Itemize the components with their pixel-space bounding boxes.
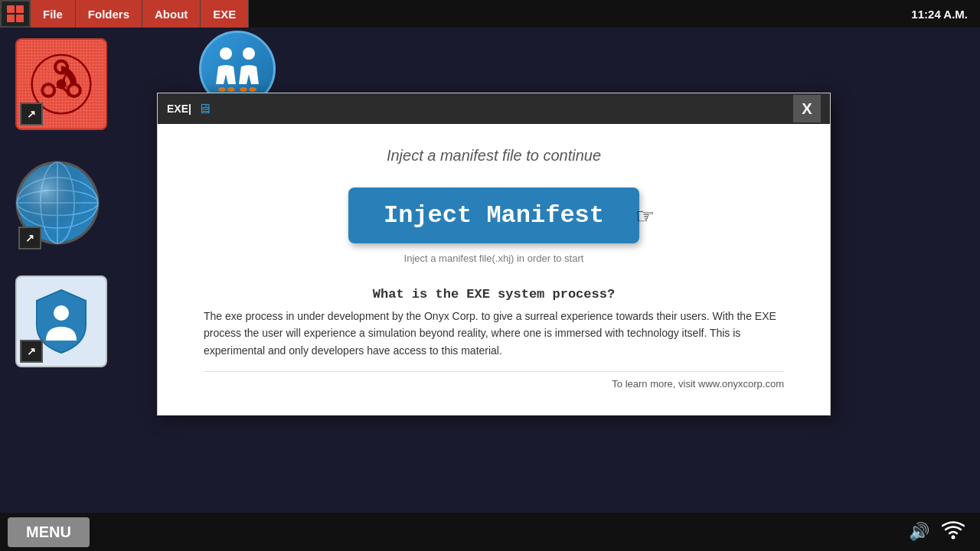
menu-button[interactable]: MENU: [8, 517, 90, 547]
biohazard-app-icon[interactable]: ↗: [15, 38, 138, 130]
learn-more-text: To learn more, visit www.onyxcorp.com: [204, 371, 784, 390]
desktop-icon-area: ↗ ↗: [15, 38, 138, 367]
inject-manifest-modal: EXE| 🖥 X Inject a manifest file to conti…: [157, 93, 831, 416]
modal-body: Inject a manifest file to continue Injec…: [158, 124, 830, 415]
clock: 11:24 A.M.: [911, 8, 980, 21]
biohazard-image: ↗: [15, 38, 107, 130]
globe-app-icon[interactable]: ↗: [15, 161, 138, 253]
biohazard-arrow: ↗: [20, 103, 43, 126]
what-is-section: What is the EXE system process? The exe …: [188, 287, 799, 390]
modal-subtitle: Inject a manifest file to continue: [188, 147, 799, 165]
inject-hint: Inject a manifest file(.xhj) in order to…: [188, 253, 799, 264]
modal-title-area: EXE| 🖥: [167, 101, 211, 117]
svg-point-12: [54, 305, 69, 321]
modal-header: EXE| 🖥 X: [158, 93, 830, 124]
modal-overlay: EXE| 🖥 X Inject a manifest file to conti…: [153, 28, 980, 551]
menu-bar: File Folders About EXE 11:24 A.M.: [0, 0, 980, 28]
shield-app-icon[interactable]: ↗: [15, 276, 138, 367]
what-is-title: What is the EXE system process?: [204, 287, 784, 302]
modal-exe-label: EXE|: [167, 103, 191, 115]
menu-about[interactable]: About: [142, 0, 201, 28]
menu-folders[interactable]: Folders: [76, 0, 142, 28]
svg-point-4: [68, 84, 80, 96]
inject-manifest-button[interactable]: Inject Manifest: [348, 187, 639, 243]
monitor-icon: 🖥: [198, 101, 211, 117]
modal-close-button[interactable]: X: [793, 95, 821, 122]
menu-file[interactable]: File: [31, 0, 76, 28]
logo: [0, 0, 31, 28]
svg-point-3: [42, 84, 54, 96]
shield-arrow: ↗: [20, 340, 43, 363]
desktop: File Folders About EXE 11:24 A.M.: [0, 0, 980, 551]
menu-exe[interactable]: EXE: [201, 0, 249, 28]
globe-arrow: ↗: [18, 227, 41, 249]
what-is-text: The exe process in under development by …: [204, 308, 784, 359]
